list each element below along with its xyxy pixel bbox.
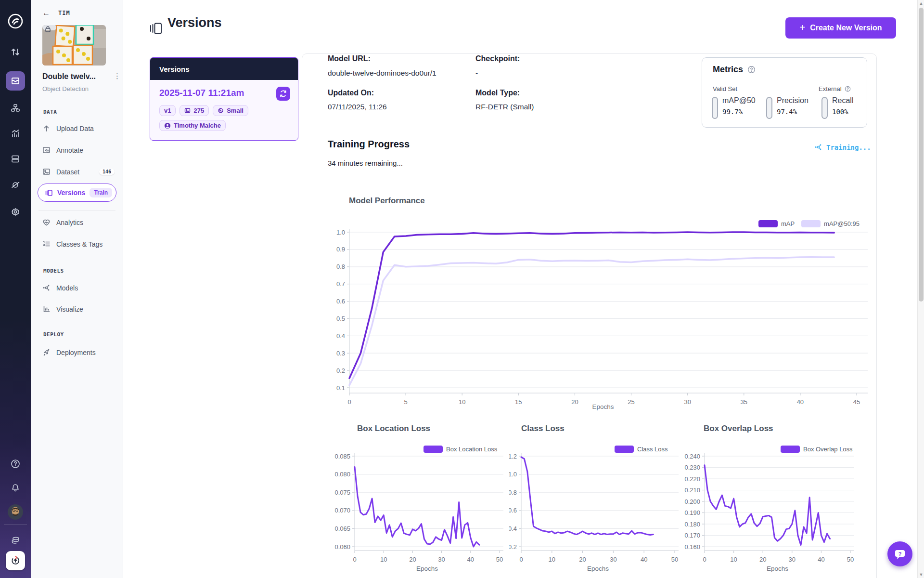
metrics-panel: Metrics Valid Set External mAP@50 99.7% … (702, 57, 867, 128)
deployments-rail-icon[interactable] (6, 149, 25, 169)
scrollbar-down-icon[interactable]: ▼ (919, 572, 924, 577)
analytics-rail-icon[interactable] (6, 124, 25, 143)
project-name: Double twelv... (42, 72, 110, 81)
svg-text:50: 50 (496, 556, 503, 563)
training-status-label: Training... (826, 144, 871, 151)
svg-text:10: 10 (380, 556, 387, 563)
svg-text:20: 20 (571, 398, 578, 406)
version-sync-button[interactable] (276, 87, 290, 101)
svg-text:0.6: 0.6 (509, 507, 517, 514)
dataset-count-badge: 146 (99, 169, 115, 175)
help-chat-button[interactable]: ? (887, 541, 912, 566)
svg-text:25: 25 (628, 398, 634, 406)
sidebar-item-annotate[interactable]: Annotate (42, 146, 115, 154)
project-thumbnail[interactable] (42, 25, 106, 66)
svg-text:0.085: 0.085 (334, 453, 350, 460)
svg-text:Epochs: Epochs (416, 565, 438, 572)
svg-text:1.2: 1.2 (509, 453, 517, 460)
legend-class-loss: Class Loss (615, 446, 668, 453)
svg-text:50: 50 (671, 556, 678, 563)
external-help-icon[interactable] (845, 86, 851, 92)
sidebar-item-analytics[interactable]: Analytics (42, 218, 115, 226)
section-data-label: DATA (43, 109, 57, 115)
page-title-versions-icon (150, 22, 162, 37)
svg-text:45: 45 (853, 398, 860, 406)
sidebar-item-models[interactable]: Models (42, 284, 115, 292)
sidebar-item-versions[interactable]: Versions Train (38, 184, 116, 202)
svg-text:20: 20 (759, 556, 766, 563)
user-avatar[interactable] (8, 504, 23, 520)
svg-text:0.065: 0.065 (334, 525, 350, 532)
notifications-bell-icon[interactable] (6, 478, 25, 498)
legend-box-overlap-loss: Box Overlap Loss (781, 446, 853, 453)
help-icon[interactable] (6, 454, 25, 473)
sidebar-item-deployments[interactable]: Deployments (42, 348, 115, 356)
svg-text:0.170: 0.170 (684, 532, 700, 539)
version-title: 2025-11-07 11:21am (159, 88, 244, 98)
svg-text:0.1: 0.1 (336, 384, 345, 392)
box-location-loss-chart[interactable]: 0.0850.0800.0750.0700.0650.0600102030405… (331, 453, 512, 578)
scrollbar-thumb[interactable] (919, 8, 924, 302)
sidebar-item-dataset[interactable]: Dataset 146 (42, 168, 115, 176)
app-root: ← TIM Double twelv... ⋮ Object Detection… (0, 0, 924, 578)
page-title: Versions (167, 15, 222, 30)
roboflow-logo-icon[interactable] (6, 12, 25, 31)
sort-transfer-icon[interactable] (6, 42, 25, 62)
svg-text:0.4: 0.4 (336, 332, 345, 340)
svg-text:0.8: 0.8 (509, 489, 517, 496)
svg-text:30: 30 (789, 556, 796, 563)
svg-text:0.180: 0.180 (684, 521, 700, 528)
sidebar-item-upload-data[interactable]: Upload Data (42, 124, 115, 132)
plus-icon: + (799, 22, 805, 33)
svg-text:30: 30 (438, 556, 445, 563)
page-scrollbar[interactable]: ▲ ▼ (917, 0, 924, 578)
deployments-label: Deployments (56, 349, 96, 356)
sidebar-item-classes-tags[interactable]: Classes & Tags (42, 240, 115, 248)
projects-icon[interactable] (6, 71, 25, 91)
box-overlap-loss-chart[interactable]: 0.2400.2300.2200.2100.2000.1900.1800.170… (679, 453, 869, 578)
updated-on-label: Updated On: (328, 89, 374, 97)
visualize-label: Visualize (56, 305, 83, 313)
author-badge: Timothy Malche (159, 120, 226, 131)
workflows-icon[interactable] (6, 98, 25, 118)
create-new-version-button[interactable]: + Create New Version (785, 17, 896, 39)
project-menu-kebab-icon[interactable]: ⋮ (114, 72, 121, 79)
svg-text:0.4: 0.4 (509, 525, 517, 532)
chart-title-class-loss: Class Loss (521, 424, 565, 434)
performance-chart[interactable]: 1.00.90.80.70.60.50.40.30.20.10510152025… (322, 213, 873, 418)
version-card[interactable]: 2025-11-07 11:21am v1 275 Small Timothy … (150, 80, 298, 141)
sidebar-item-visualize[interactable]: Visualize (42, 305, 115, 313)
versions-label: Versions (57, 189, 85, 197)
annotate-label: Annotate (56, 146, 83, 154)
scrollbar-up-icon[interactable]: ▲ (919, 1, 924, 6)
external-label: External (819, 85, 851, 92)
svg-text:20: 20 (579, 556, 586, 563)
training-time-remaining: 34 minutes remaining... (328, 159, 403, 167)
svg-text:10: 10 (730, 556, 737, 563)
svg-text:0.8: 0.8 (336, 263, 345, 270)
dataset-label: Dataset (56, 168, 79, 176)
model-type-value: RF-DETR (Small) (475, 103, 534, 111)
user-icon (164, 122, 171, 129)
svg-text:5: 5 (404, 398, 407, 406)
recall-value: 100% (832, 108, 848, 116)
storage-stack-icon[interactable] (6, 531, 25, 550)
svg-text:0: 0 (353, 556, 356, 563)
svg-text:0.7: 0.7 (336, 280, 345, 288)
metrics-title: Metrics (713, 65, 756, 75)
svg-text:50: 50 (847, 556, 854, 563)
svg-text:0.200: 0.200 (684, 498, 700, 505)
class-loss-chart[interactable]: 1.21.00.80.60.40.201020304050Epochs (509, 453, 682, 578)
recall-gauge-pill (821, 97, 828, 119)
svg-text:40: 40 (818, 556, 824, 563)
settings-gear-icon[interactable] (6, 202, 25, 222)
svg-text:0.2: 0.2 (509, 543, 517, 551)
version-number-badge: v1 (159, 105, 176, 116)
universe-icon[interactable] (6, 175, 25, 195)
upload-tray-button[interactable] (6, 551, 25, 570)
versions-list-panel: Versions 2025-11-07 11:21am v1 275 Small… (150, 57, 298, 141)
project-type: Object Detection (42, 85, 89, 92)
metrics-help-icon[interactable] (747, 66, 756, 74)
project-sidebar: ← TIM Double twelv... ⋮ Object Detection… (31, 0, 123, 578)
back-to-workspace[interactable]: ← TIM (42, 9, 70, 17)
